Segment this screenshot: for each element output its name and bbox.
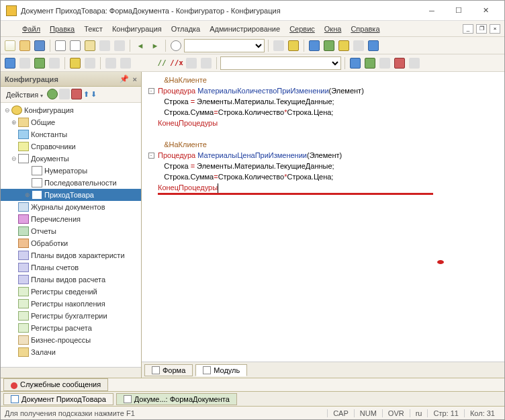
window-title: Документ ПриходТовара: ФормаДокумента - … xyxy=(21,7,418,15)
tab-form[interactable]: Форма xyxy=(144,364,193,376)
tb2-f-button[interactable] xyxy=(104,56,118,70)
minimize-button[interactable]: ─ xyxy=(418,1,445,20)
save-button[interactable] xyxy=(33,39,46,52)
print-preview-button[interactable] xyxy=(113,39,126,52)
goto-button[interactable] xyxy=(199,56,213,70)
tree-common[interactable]: ⊕Общие xyxy=(1,116,141,128)
paste-button[interactable] xyxy=(83,39,97,52)
mdi-restore-button[interactable]: ❐ xyxy=(476,24,487,34)
messages-tab[interactable]: Служебные сообщения xyxy=(3,378,108,390)
tree-refs[interactable]: Справочники xyxy=(1,140,141,153)
window-tab-form[interactable]: Докуме...: ФормаДокумента xyxy=(116,393,237,405)
menu-service[interactable]: Сервис xyxy=(285,24,319,34)
tree-journals[interactable]: Журналы документов xyxy=(1,201,141,213)
menu-help[interactable]: Справка xyxy=(347,24,383,34)
tree-acc-regs[interactable]: Регистры бухгалтерии xyxy=(1,310,141,322)
tree-enums[interactable]: Перечисления xyxy=(1,213,141,225)
tree-bp[interactable]: Бизнес-процессы xyxy=(1,334,141,346)
tree-sequences[interactable]: Последовательности xyxy=(1,177,141,189)
tree-incoming-goods[interactable]: ⊕ПриходТовара xyxy=(1,189,141,201)
tree-acc-plans[interactable]: Планы счетов xyxy=(1,261,141,274)
tab-module[interactable]: Модуль xyxy=(195,364,247,376)
messages-bar: Служебные сообщения xyxy=(1,378,504,391)
mdi-close-button[interactable]: × xyxy=(490,24,500,34)
find-button[interactable] xyxy=(169,39,183,52)
new-button[interactable] xyxy=(3,39,17,52)
action-down-button[interactable]: ⬇ xyxy=(91,90,97,99)
error-icon xyxy=(11,382,17,389)
tb2-g-button[interactable] xyxy=(119,56,132,70)
syntax-check-button[interactable] xyxy=(308,39,321,52)
tree-processing[interactable]: Обработки xyxy=(1,237,141,249)
text-cursor xyxy=(218,183,218,193)
cut-button[interactable] xyxy=(54,39,67,52)
menu-file[interactable]: Файл xyxy=(18,24,44,34)
menu-admin[interactable]: Администрирование xyxy=(205,24,284,34)
open-button[interactable] xyxy=(18,39,32,52)
redo-button[interactable]: ► xyxy=(148,39,162,52)
menu-edit[interactable]: Правка xyxy=(46,24,79,34)
tb2-i-button[interactable] xyxy=(363,56,377,70)
tree-calc-plans[interactable]: Планы видов расчета xyxy=(1,274,141,286)
status-ovr: OVR xyxy=(382,409,410,417)
window-tab-doc[interactable]: Документ ПриходТовара xyxy=(3,393,113,405)
tree-h-scrollbar[interactable] xyxy=(1,367,141,378)
tb2-play-button[interactable] xyxy=(68,56,82,70)
print-button[interactable] xyxy=(98,39,111,52)
tree-accum-regs[interactable]: Регистры накопления xyxy=(1,298,141,310)
tree-info-regs[interactable]: Регистры сведений xyxy=(1,286,141,298)
config-tree[interactable]: ⊖Конфигурация ⊕Общие Константы Справочни… xyxy=(1,103,141,367)
help-button[interactable] xyxy=(367,39,380,52)
procedure-combo[interactable] xyxy=(220,56,341,70)
maximize-button[interactable]: ☐ xyxy=(445,1,472,20)
tb2-c-button[interactable] xyxy=(33,56,46,70)
tb2-h-button[interactable] xyxy=(349,56,362,70)
status-bar: Для получения подсказки нажмите F1 CAP N… xyxy=(1,406,504,419)
code-editor[interactable]: &НаКлиенте -Процедура МатериалыКоличеств… xyxy=(142,72,504,362)
tree-root[interactable]: ⊖Конфигурация xyxy=(1,104,141,116)
action-edit-button[interactable] xyxy=(59,89,70,101)
pin-icon[interactable]: 📌 xyxy=(120,75,129,83)
find-combo[interactable] xyxy=(184,39,265,52)
copy-button[interactable] xyxy=(68,39,82,52)
tool-a-button[interactable] xyxy=(272,39,285,52)
uncomment-button[interactable]: //x xyxy=(170,56,183,70)
tb2-j-button[interactable] xyxy=(378,56,392,70)
undo-button[interactable]: ◄ xyxy=(134,39,147,52)
bookmark-button[interactable] xyxy=(185,56,198,70)
tree-reports[interactable]: Отчеты xyxy=(1,225,141,237)
tb2-e-button[interactable] xyxy=(83,56,97,70)
action-del-button[interactable] xyxy=(71,89,82,101)
action-up-button[interactable]: ⬆ xyxy=(83,90,89,99)
tree-constants[interactable]: Константы xyxy=(1,128,141,140)
run-button[interactable] xyxy=(322,39,336,52)
status-lang[interactable]: ru xyxy=(410,409,428,417)
comment-button[interactable]: // xyxy=(155,56,169,70)
tb2-b-button[interactable] xyxy=(18,56,32,70)
status-col: Кол: 31 xyxy=(464,409,500,417)
tb2-a-button[interactable] xyxy=(3,56,17,70)
tree-calc-regs[interactable]: Регистры расчета xyxy=(1,322,141,334)
tree-numerators[interactable]: Нумераторы xyxy=(1,165,141,177)
sidebar-close-icon[interactable]: × xyxy=(133,75,137,83)
tb2-d-button[interactable] xyxy=(48,56,61,70)
tool-b-button[interactable] xyxy=(287,39,300,52)
actions-menu[interactable]: Действия ▾ xyxy=(3,89,46,100)
tree-docs[interactable]: ⊖Документы xyxy=(1,153,141,165)
mdi-minimize-button[interactable]: _ xyxy=(463,24,473,34)
action-add-button[interactable] xyxy=(47,89,58,101)
menu-windows[interactable]: Окна xyxy=(320,24,346,34)
sidebar-actions-bar: Действия ▾ ⬆ ⬇ xyxy=(1,87,141,103)
users-button[interactable] xyxy=(352,39,365,52)
menu-config[interactable]: Конфигурация xyxy=(108,24,166,34)
tb2-k-button[interactable] xyxy=(393,56,406,70)
close-button[interactable]: ✕ xyxy=(472,1,499,20)
tree-tasks[interactable]: Залачи xyxy=(1,346,141,358)
debug-button[interactable] xyxy=(337,39,351,52)
tb2-l-button[interactable] xyxy=(408,56,421,70)
editor-pane: &НаКлиенте -Процедура МатериалыКоличеств… xyxy=(142,72,504,378)
menu-debug[interactable]: Отладка xyxy=(167,24,204,34)
menu-text[interactable]: Текст xyxy=(80,24,107,34)
status-num: NUM xyxy=(354,409,382,417)
tree-char-plans[interactable]: Планы видов характеристи xyxy=(1,249,141,261)
